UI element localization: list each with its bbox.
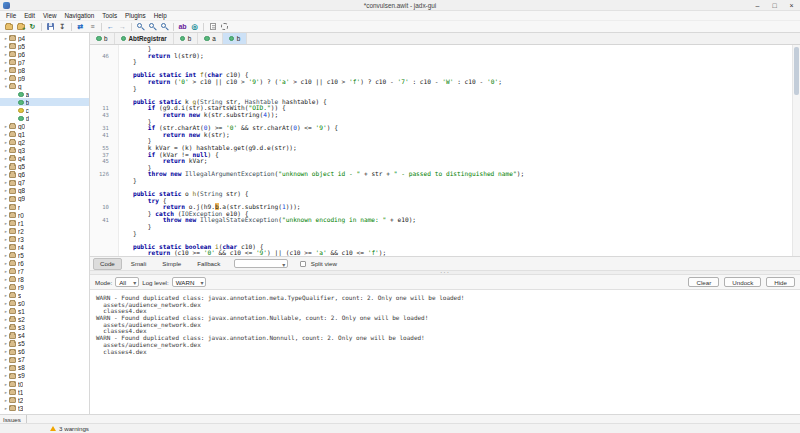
editor-tab-AbtRegistrar[interactable]: AbtRegistrar: [115, 33, 174, 44]
tree-item-p7[interactable]: ▸p7: [0, 58, 89, 66]
code-line[interactable]: }: [90, 59, 792, 66]
export-button[interactable]: ↧: [57, 22, 68, 32]
tree-item-r7[interactable]: ▸r7: [0, 267, 89, 275]
close-button[interactable]: ×: [783, 0, 800, 10]
editor-tab-b[interactable]: b: [223, 33, 248, 44]
editor-scrollbar-thumb[interactable]: [794, 47, 799, 95]
menu-item-help[interactable]: Help: [150, 12, 171, 19]
code-line[interactable]: 46 return l(str0);: [90, 53, 792, 60]
tree-item-r6[interactable]: ▸r6: [0, 259, 89, 267]
clear-button[interactable]: Clear: [688, 277, 719, 287]
tree-item-s9[interactable]: ▸s9: [0, 372, 89, 380]
editor-scrollbar[interactable]: [792, 45, 800, 256]
quark-button[interactable]: ◎: [189, 22, 200, 32]
tree-item-s7[interactable]: ▸s7: [0, 356, 89, 364]
minimize-button[interactable]: –: [749, 0, 766, 10]
tree-item-p8[interactable]: ▸p8: [0, 66, 89, 74]
warnings-count[interactable]: 3 warnings: [59, 425, 89, 432]
mode-dropdown[interactable]: All: [115, 277, 139, 287]
code-line[interactable]: public static o h(String str) {: [90, 191, 792, 198]
tree-item-t1[interactable]: ▸t1: [0, 388, 89, 396]
tree-item-q8[interactable]: ▸q8: [0, 187, 89, 195]
tree-item-q7[interactable]: ▸q7: [0, 179, 89, 187]
code-mode-tab-simple[interactable]: Simple: [155, 258, 188, 270]
add-files-button[interactable]: [15, 22, 26, 32]
tree-item-d[interactable]: d: [0, 114, 89, 122]
code-line[interactable]: 126 throw new IllegalArgumentException("…: [90, 171, 792, 178]
flat-packages-button[interactable]: ≡: [87, 22, 98, 32]
menu-item-edit[interactable]: Edit: [20, 12, 39, 19]
tree-item-q6[interactable]: ▸q6: [0, 171, 89, 179]
tree-item-p4[interactable]: ▸p4: [0, 34, 89, 42]
log-level-dropdown[interactable]: WARN: [172, 277, 207, 287]
tree-item-c[interactable]: c: [0, 106, 89, 114]
tree-item-r3[interactable]: ▸r3: [0, 235, 89, 243]
tree-item-s3[interactable]: ▸s3: [0, 324, 89, 332]
tree-item-s8[interactable]: ▸s8: [0, 364, 89, 372]
code-mode-tab-code[interactable]: Code: [93, 258, 122, 270]
code-line[interactable]: }: [90, 178, 792, 185]
menu-item-view[interactable]: View: [39, 12, 61, 19]
hide-button[interactable]: Hide: [766, 277, 795, 287]
menu-item-tools[interactable]: Tools: [98, 12, 121, 19]
deobfuscation-button[interactable]: ab: [177, 22, 188, 32]
comment-search-button[interactable]: [159, 22, 170, 32]
text-search-button[interactable]: [147, 22, 158, 32]
tree-item-b[interactable]: b: [0, 98, 89, 106]
log-button[interactable]: [207, 22, 218, 32]
back-button[interactable]: ←: [105, 22, 116, 32]
save-all-button[interactable]: [45, 22, 56, 32]
code-line[interactable]: }: [90, 86, 792, 93]
split-view-checkbox[interactable]: [300, 261, 306, 267]
code-line[interactable]: return ('0' > c10 || c10 > '9') ? ('a' >…: [90, 79, 792, 86]
issues-tab[interactable]: Issues: [3, 415, 27, 423]
tree-item-s[interactable]: ▸s: [0, 292, 89, 300]
menu-item-file[interactable]: File: [2, 12, 20, 19]
tree-item-r[interactable]: ▸r: [0, 203, 89, 211]
forward-button[interactable]: →: [117, 22, 128, 32]
settings-button[interactable]: [219, 22, 230, 32]
undock-button[interactable]: Undock: [724, 277, 761, 287]
code-line[interactable]: 43 return new k(str.substring(4));: [90, 112, 792, 119]
editor-tab-a[interactable]: a: [198, 33, 223, 44]
tree-item-q0[interactable]: ▸q0: [0, 123, 89, 131]
tree-item-p5[interactable]: ▸p5: [0, 42, 89, 50]
code-mode-tab-smali[interactable]: Smali: [124, 258, 153, 270]
tree-item-r5[interactable]: ▸r5: [0, 251, 89, 259]
tree-item-s4[interactable]: ▸s4: [0, 332, 89, 340]
tree-item-s1[interactable]: ▸s1: [0, 308, 89, 316]
tree-item-t2[interactable]: ▸t2: [0, 396, 89, 404]
tree-item-t0[interactable]: ▸t0: [0, 380, 89, 388]
tree-item-r1[interactable]: ▸r1: [0, 219, 89, 227]
code-mode-tab-fallback[interactable]: Fallback: [190, 258, 227, 270]
tree-item-s0[interactable]: ▸s0: [0, 300, 89, 308]
tree-item-a[interactable]: a: [0, 90, 89, 98]
tree-item-q9[interactable]: ▸q9: [0, 195, 89, 203]
tree-item-q5[interactable]: ▸q5: [0, 163, 89, 171]
code-line[interactable]: 45 return kVar;: [90, 158, 792, 165]
tree-item-t3[interactable]: ▸t3: [0, 404, 89, 412]
menu-item-plugins[interactable]: Plugins: [121, 12, 150, 19]
tree-item-q[interactable]: ▾q: [0, 82, 89, 90]
code-line[interactable]: return (c10 >= '0' && c10 <= '9') || (c1…: [90, 250, 792, 256]
tree-item-r0[interactable]: ▸r0: [0, 211, 89, 219]
tree-item-p6[interactable]: ▸p6: [0, 50, 89, 58]
tree-item-r9[interactable]: ▸r9: [0, 283, 89, 291]
class-search-button[interactable]: [135, 22, 146, 32]
editor-tab-b[interactable]: b: [174, 33, 199, 44]
tree-item-q4[interactable]: ▸q4: [0, 155, 89, 163]
tree-item-q1[interactable]: ▸q1: [0, 131, 89, 139]
editor-tab-b[interactable]: b: [90, 33, 115, 44]
maximize-button[interactable]: □: [766, 0, 783, 10]
tree-item-s5[interactable]: ▸s5: [0, 340, 89, 348]
open-file-button[interactable]: [3, 22, 14, 32]
tree-item-r4[interactable]: ▸r4: [0, 243, 89, 251]
code-line[interactable]: 41 throw new IllegalStateException("unkn…: [90, 217, 792, 224]
code-line[interactable]: }: [90, 224, 792, 231]
tree-item-s2[interactable]: ▸s2: [0, 316, 89, 324]
tree-item-r2[interactable]: ▸r2: [0, 227, 89, 235]
code-mode-combo[interactable]: [234, 259, 288, 268]
reload-button[interactable]: ↻: [27, 22, 38, 32]
tree-item-s6[interactable]: ▸s6: [0, 348, 89, 356]
tree-item-r8[interactable]: ▸r8: [0, 275, 89, 283]
